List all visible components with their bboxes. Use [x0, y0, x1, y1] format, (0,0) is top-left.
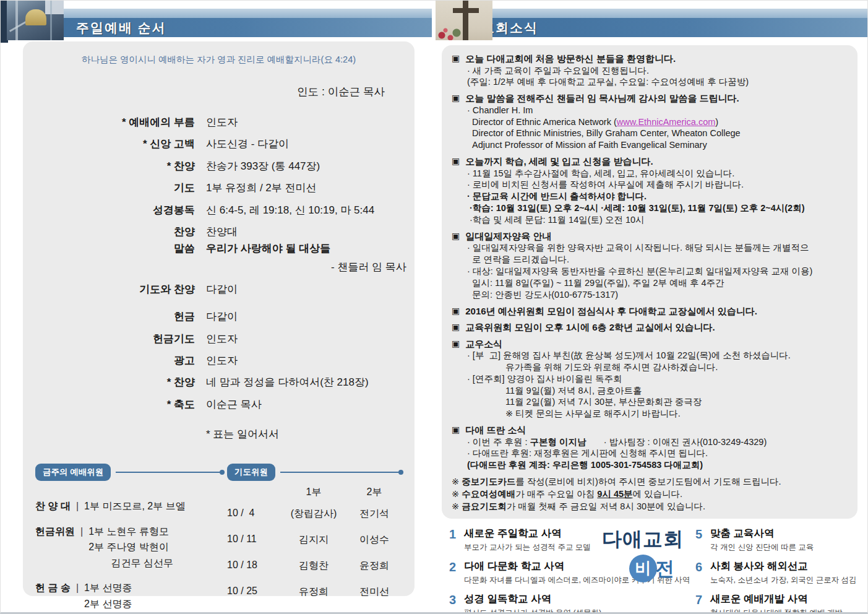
- bulletin-page: { "colors": { "accent_blue": "#44739f", …: [0, 0, 868, 614]
- prayer-column: 기도위원 1부 2부 10 / 4 (창립감사) 전기석 10 / 11 김지지…: [225, 464, 403, 614]
- worship-label: * 찬양: [34, 376, 195, 389]
- vision-desc: 평신도 성경교사가 성경방 운영 (셀목회): [464, 608, 601, 614]
- news-line: · 문답교육 시간에 반드시 출석하셔야 합니다.: [467, 191, 849, 202]
- worship-value: 신 6:4-5, 레 19:18, 신 10:19, 마 5:44: [206, 204, 374, 217]
- worship-label: * 찬양: [34, 160, 195, 173]
- prayer-name-1: (창립감사): [279, 508, 348, 521]
- vision-title: 새로운 주일학교 사역: [464, 527, 562, 538]
- vision-number: 5: [695, 527, 710, 553]
- committee-names: 1부 미즈모르, 2부 브엘: [84, 498, 186, 514]
- news-line-with-link[interactable]: Director of Ethnic America Network (www.…: [467, 116, 849, 128]
- news-line: 문의: 안종빈 강도사(010-6775-1317): [467, 289, 849, 301]
- prayer-col2-header: 2부: [348, 486, 400, 499]
- worship-row: 헌금기도 인도자: [34, 333, 403, 345]
- vision-desc: 각 개인 신앙 진단에 따른 교육: [710, 542, 814, 553]
- news-line: · 대상: 일대일제자양육 동반자반을 수료하신 분(온누리교회 일대일제자양육…: [467, 266, 849, 277]
- news-title: 교육위원회 모임이 오후 1시에 6층 2학년 교실에서 있습니다.: [465, 321, 715, 334]
- worship-value: 찬양대: [206, 226, 238, 238]
- news-line: · 이번 주 후원 : 구본형 이지남 · 밥사팀장 : 이애진 권사(010-…: [467, 436, 849, 448]
- cross-photo-icon: [436, 1, 492, 40]
- vision-item: 6 사회 봉사와 해외선교 노숙자, 소년소녀 가장, 외국인 근로자 섬김: [695, 560, 868, 586]
- right-column: 교회소식 ▣오늘 다애교회에 처음 방문하신 분들을 환영합니다. · 새 가족…: [436, 1, 868, 614]
- prayer-name-2: 유미경: [348, 612, 400, 614]
- worship-row: 광고 인도자: [34, 355, 403, 367]
- worship-value: 찬송가 393장 (통 447장): [206, 160, 320, 173]
- committee-badge: 금주의 예배위원: [35, 464, 111, 481]
- church-vision-logo: 다애교회 비전: [593, 526, 692, 582]
- verse-text: 하나님은 영이시니 예배하는 자가 영과 진리로 예배할지니라(요 4:24): [34, 54, 403, 66]
- vision-desc: 노숙자, 소년소녀 가장, 외국인 근로자 섬김: [710, 575, 857, 586]
- news-title: 오늘까지 학습, 세례 및 입교 신청을 받습니다.: [465, 155, 653, 168]
- news-item: ▣교육위원회 모임이 오후 1시에 6층 2학년 교실에서 있습니다.: [452, 321, 849, 334]
- prayer-date: 10 / 11: [227, 534, 279, 547]
- news-title: 오늘 말씀을 전해주신 챈들러 임 목사님께 감사의 말씀을 드립니다.: [465, 92, 739, 105]
- prayer-table-header: 1부 2부: [227, 486, 403, 499]
- worship-label: * 예배에의 부름: [34, 116, 195, 129]
- bell-photo-icon: [7, 1, 64, 40]
- vision-right-column: 5 맞춤 교육사역 각 개인 신앙 진단에 따른 교육 6 사회 봉사와 해외선…: [695, 527, 868, 614]
- logo-vision-text: 전: [655, 558, 674, 579]
- news-line: Adjunct Professor of Mission af Faith Ev…: [467, 139, 849, 151]
- prayer-name-1: 김형찬: [279, 560, 348, 573]
- news-item: ▣일대일제자양육 안내 · 일대일제자양육을 위한 양육자반 교육이 시작됩니다…: [452, 230, 849, 301]
- prayer-name-2: 전미선: [348, 586, 400, 599]
- square-bullet-icon: ▣: [452, 92, 460, 105]
- vision-item: 7 새로운 예배개발 사역 현시대와 다음시대에 적합한 예배 개발: [695, 593, 868, 614]
- square-bullet-icon: ▣: [452, 230, 460, 243]
- prayer-row: 10 / 11 김지지 이성수: [227, 534, 403, 547]
- news-item: ▣교우소식 · [부 고] 윤해영 집사 부친(故 윤상복 성도)께서 10월 …: [452, 338, 849, 420]
- prayer-date: 10 / 4: [227, 508, 279, 521]
- news-line: (다애뜨란 후원 계좌: 우리은행 1005-301-754583 다애교회): [467, 459, 849, 471]
- vision-desc: 부모가 교사가 되는 성경적 주교 모델: [464, 542, 591, 553]
- prayer-name-1: 최원혁: [279, 612, 348, 614]
- note-line: ※ 중보기도카드를 작성(로비에 비치)하여 주시면 중보기도팀에서 기도해 드…: [452, 475, 849, 488]
- prayer-row: 10 / 4 (창립감사) 전기석: [227, 508, 403, 521]
- worship-value: 네 맘과 정성을 다하여서(찬 218장): [206, 376, 369, 389]
- news-line: · 일대일제자양육을 위한 양육자반 교육이 시작됩니다. 해당 되시는 분들께…: [467, 242, 849, 254]
- vision-number: 3: [449, 593, 464, 614]
- leader-line: 인도 : 이순근 목사: [34, 84, 403, 99]
- worship-panel: 하나님은 영이시니 예배하는 자가 영과 진리로 예배할지니라(요 4:24) …: [23, 41, 415, 596]
- worship-row: * 축도 이순근 목사: [34, 399, 403, 411]
- prayer-name-2: 이성수: [348, 534, 400, 547]
- committee-section: 금주의 예배위원 찬 양 대 | 1부 미즈모르, 2부 브엘 헌금위원 | 1…: [34, 464, 403, 614]
- worship-value: 이순근 목사: [206, 399, 262, 411]
- square-bullet-icon: ▣: [452, 53, 460, 65]
- committee-column: 금주의 예배위원 찬 양 대 | 1부 미즈모르, 2부 브엘 헌금위원 | 1…: [34, 464, 225, 614]
- worship-value: 인도자: [206, 116, 238, 129]
- news-line: 11월 9일(월) 저녁 8시, 금호아트홀: [467, 385, 849, 397]
- worship-value: 사도신경 - 다같이: [206, 138, 289, 150]
- separator: |: [76, 498, 79, 514]
- vision-title: 사회 봉사와 해외선교: [710, 560, 808, 571]
- left-header-title: 주일예배 순서: [1, 18, 432, 37]
- news-item: ▣오늘 말씀을 전해주신 챈들러 임 목사님께 감사의 말씀을 드립니다. · …: [452, 92, 849, 151]
- committee-label: 헌 금 송: [35, 580, 71, 612]
- worship-label: 헌금: [34, 311, 195, 323]
- sermon-title: 우리가 사랑해야 될 대상들: [206, 243, 330, 255]
- prayer-badge: 기도위원: [227, 464, 275, 481]
- vision-desc: 현시대와 다음시대에 적합한 예배 개발: [710, 608, 843, 614]
- committee-label: 찬 양 대: [35, 498, 71, 514]
- news-line: ·학습: 10월 31일(토) 오후 2~4시 ·세례: 10월 31일(토),…: [467, 202, 849, 214]
- prayer-row: 10 / 25 유정희 전미선: [227, 586, 403, 599]
- prayer-name-2: 윤정희: [348, 560, 400, 573]
- worship-label: * 신앙 고백: [34, 138, 195, 150]
- news-title: 일대일제자양육 안내: [465, 230, 551, 243]
- prayer-col1-header: 1부: [279, 486, 348, 499]
- worship-value: 다같이: [206, 283, 238, 296]
- news-line: · 다애뜨란 후원: 재정후원은 게시판에 신청해 주시면 됩니다.: [467, 448, 849, 459]
- vision-title: 다애 다문화 학교 사역: [464, 560, 564, 571]
- square-bullet-icon: ▣: [452, 338, 460, 350]
- square-bullet-icon: ▣: [452, 424, 460, 436]
- prayer-date: 10 / 25: [227, 586, 279, 599]
- vision-title: 맞춤 교육사역: [710, 527, 775, 538]
- news-panel: ▣오늘 다애교회에 처음 방문하신 분들을 환영합니다. · 새 가족 교육이 …: [442, 45, 857, 519]
- logo-church-name: 다애교회: [593, 526, 692, 553]
- committee-names: 1부 선명종 2부 선명종: [84, 580, 132, 612]
- right-header-title: 교회소식: [462, 18, 868, 37]
- worship-value: 다같이: [206, 311, 238, 323]
- left-header: 주일예배 순서: [1, 1, 432, 40]
- worship-value: 인도자: [206, 355, 238, 367]
- worship-row: 기도와 찬양 다같이: [34, 283, 403, 296]
- sermon-preacher: - 챈들러 임 목사: [331, 260, 403, 274]
